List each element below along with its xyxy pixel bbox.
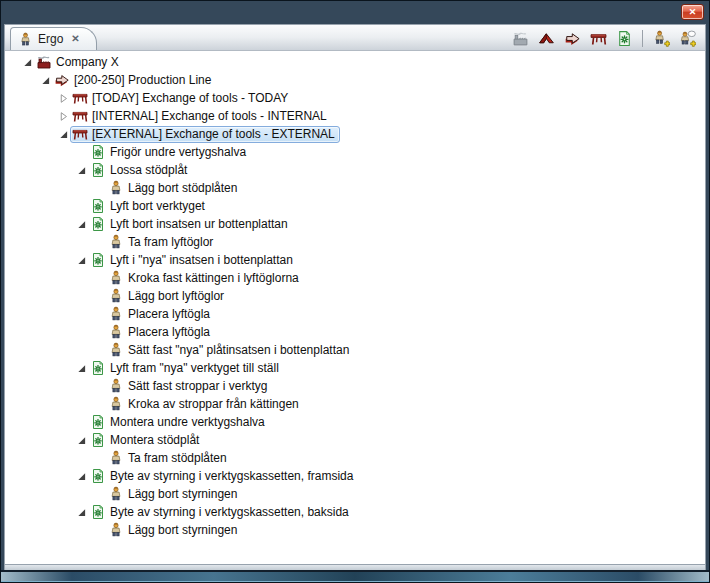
task-icon	[90, 360, 106, 376]
tree-row[interactable]: Montera stödplåt	[5, 431, 705, 449]
tree-row[interactable]: Ta fram stödplåten	[5, 449, 705, 467]
tree-item-label: Placera lyftögla	[128, 324, 210, 340]
tree-item[interactable]: Lyft bort insatsen ur bottenplattan	[88, 216, 293, 233]
tree-item-label: Lyft bort verktyget	[110, 198, 205, 214]
tree-item[interactable]: [200-250] Production Line	[52, 72, 216, 89]
tree-row[interactable]: Kroka av stroppar från kättingen	[5, 395, 705, 413]
tree-row[interactable]: Byte av styrning i verktygskassetten, fr…	[5, 467, 705, 485]
tree-item-label: Lägg bort stödplåten	[128, 180, 237, 196]
tree-item[interactable]: Montera stödplåt	[88, 432, 204, 449]
expander-spacer	[93, 287, 106, 305]
tree-row[interactable]: Ta fram lyftöglor	[5, 233, 705, 251]
tree-row[interactable]: Lossa stödplåt	[5, 161, 705, 179]
tree-item[interactable]: Placera lyftögla	[106, 324, 215, 341]
tree-item[interactable]: Lägg bort stödplåten	[106, 180, 242, 197]
roof-button[interactable]	[537, 30, 555, 48]
tree-item[interactable]: Montera undre verktygshalva	[88, 414, 270, 431]
tree-row[interactable]: Byte av styrning i verktygskassetten, ba…	[5, 503, 705, 521]
tree-item[interactable]: Sätt fast "nya" plåtinsatsen i bottenpla…	[106, 342, 354, 359]
tree-item[interactable]: Lossa stödplåt	[88, 162, 192, 179]
tree-item-label: [EXTERNAL] Exchange of tools - EXTERNAL	[92, 126, 335, 142]
expander-collapsed-icon[interactable]	[57, 89, 70, 107]
window-titlebar[interactable]: ✕	[1, 1, 709, 24]
table-button[interactable]	[589, 30, 607, 48]
tree-item[interactable]: Company X	[34, 54, 124, 71]
tree-item[interactable]: Kroka fast kättingen i lyftöglorna	[106, 270, 304, 287]
tree-view[interactable]: Company X [200-250] Production Line [TOD…	[5, 51, 705, 564]
expander-expanded-icon[interactable]	[39, 71, 52, 89]
expander-expanded-icon[interactable]	[75, 359, 88, 377]
expander-expanded-icon[interactable]	[75, 431, 88, 449]
expander-expanded-icon[interactable]	[75, 503, 88, 521]
exp-icon	[23, 58, 32, 67]
tab-bar: Ergo ✕	[5, 25, 705, 51]
tree-row[interactable]: Frigör undre vertygshalva	[5, 143, 705, 161]
tree-row[interactable]: Lyft i "nya" insatsen i bottenplattan	[5, 251, 705, 269]
expander-expanded-icon[interactable]	[75, 161, 88, 179]
tree-row[interactable]: Company X	[5, 53, 705, 71]
tree-item[interactable]: Lägg bort styrningen	[106, 486, 242, 503]
tree-item[interactable]: Sätt fast stroppar i verktyg	[106, 378, 272, 395]
task-icon	[90, 414, 106, 430]
tree-row[interactable]: Kroka fast kättingen i lyftöglorna	[5, 269, 705, 287]
tree-item-label: Lossa stödplåt	[110, 162, 187, 178]
expander-expanded-icon[interactable]	[21, 53, 34, 71]
tree-item[interactable]: Lägg bort styrningen	[106, 522, 242, 539]
tree-item[interactable]: Lägg bort lyftöglor	[106, 288, 229, 305]
table-icon	[590, 30, 607, 47]
tree-item-label: Byte av styrning i verktygskassetten, ba…	[110, 504, 349, 520]
tree-item[interactable]: Kroka av stroppar från kättingen	[106, 396, 304, 413]
tree-row[interactable]: [INTERNAL] Exchange of tools - INTERNAL	[5, 107, 705, 125]
expander-expanded-icon[interactable]	[75, 251, 88, 269]
tree-item[interactable]: Byte av styrning i verktygskassetten, ba…	[88, 504, 354, 521]
tree-item[interactable]: Lyft bort verktyget	[88, 198, 210, 215]
arrow-button[interactable]	[563, 30, 581, 48]
table-icon	[72, 108, 88, 124]
factory-gray-button[interactable]	[511, 30, 529, 48]
tree-row[interactable]: [200-250] Production Line	[5, 71, 705, 89]
expander-expanded-icon[interactable]	[57, 125, 70, 143]
tree-row[interactable]: Lägg bort styrningen	[5, 521, 705, 539]
task-button[interactable]	[615, 30, 633, 48]
tree-item[interactable]: Ta fram lyftöglor	[106, 234, 218, 251]
manikin-icon	[108, 342, 124, 358]
tree-item-label: Kroka fast kättingen i lyftöglorna	[128, 270, 299, 286]
tree-item[interactable]: Byte av styrning i verktygskassetten, fr…	[88, 468, 358, 485]
expander-collapsed-icon[interactable]	[57, 107, 70, 125]
task-icon	[90, 252, 106, 268]
manikin-icon	[108, 288, 124, 304]
tree-row[interactable]: Lyft bort verktyget	[5, 197, 705, 215]
tree-item-label: Lägg bort styrningen	[128, 522, 237, 538]
tree-row[interactable]: Sätt fast stroppar i verktyg	[5, 377, 705, 395]
tab-close-icon[interactable]: ✕	[71, 34, 79, 44]
tree-item[interactable]: Frigör undre vertygshalva	[88, 144, 251, 161]
tab-ergo[interactable]: Ergo ✕	[10, 27, 97, 50]
tree-row[interactable]: Montera undre verktygshalva	[5, 413, 705, 431]
tree-row[interactable]: Lägg bort lyftöglor	[5, 287, 705, 305]
tree-row[interactable]: Placera lyftögla	[5, 323, 705, 341]
add-manikin-button[interactable]	[652, 30, 670, 48]
tree-row[interactable]: [EXTERNAL] Exchange of tools - EXTERNAL	[5, 125, 705, 143]
expander-expanded-icon[interactable]	[75, 215, 88, 233]
tree-item-label: Company X	[56, 54, 119, 70]
tree-row[interactable]: Placera lyftögla	[5, 305, 705, 323]
tree-item[interactable]: Ta fram stödplåten	[106, 450, 232, 467]
tree-item[interactable]: Placera lyftögla	[106, 306, 215, 323]
tree-row[interactable]: Lägg bort styrningen	[5, 485, 705, 503]
tree-row[interactable]: [TODAY] Exchange of tools - TODAY	[5, 89, 705, 107]
tree-row[interactable]: Lägg bort stödplåten	[5, 179, 705, 197]
tree-row[interactable]: Lyft bort insatsen ur bottenplattan	[5, 215, 705, 233]
expander-spacer	[93, 485, 106, 503]
tree-row[interactable]: Sätt fast "nya" plåtinsatsen i bottenpla…	[5, 341, 705, 359]
expander-expanded-icon[interactable]	[75, 467, 88, 485]
tree-item[interactable]: [INTERNAL] Exchange of tools - INTERNAL	[70, 108, 332, 125]
manikin-icon	[108, 270, 124, 286]
window-close-button[interactable]: ✕	[681, 4, 704, 20]
tree-item[interactable]: Lyft i "nya" insatsen i bottenplattan	[88, 252, 298, 269]
tree-row[interactable]: Lyft fram "nya" verktyget till ställ	[5, 359, 705, 377]
tree-item[interactable]: [TODAY] Exchange of tools - TODAY	[70, 90, 293, 107]
add-manikin-query-button[interactable]	[678, 30, 696, 48]
tree-item-selected[interactable]: [EXTERNAL] Exchange of tools - EXTERNAL	[70, 126, 340, 143]
exp-icon	[77, 364, 86, 373]
tree-item[interactable]: Lyft fram "nya" verktyget till ställ	[88, 360, 284, 377]
